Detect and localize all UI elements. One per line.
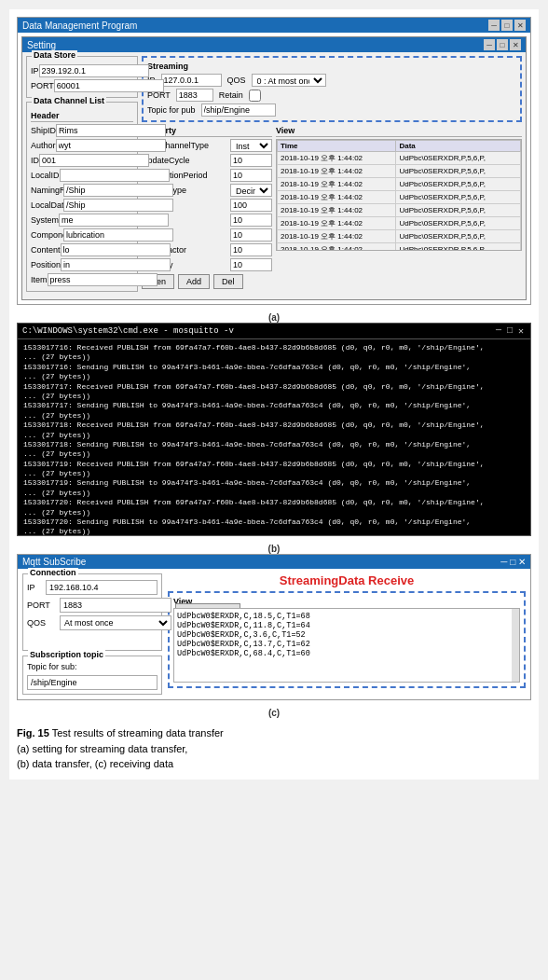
mqtt-connection-group: Connection IP PORT QOS (22, 573, 162, 651)
cmd-line: 1533017718: Sending PUBLISH to 99a474f3-… (23, 440, 525, 449)
close-icon[interactable]: ✕ (514, 20, 526, 31)
datachantype-select[interactable]: Inst (230, 139, 272, 152)
topic-for-sub-label: Topic for sub: (27, 662, 158, 671)
cmd-close-icon[interactable]: ✕ (516, 325, 526, 337)
channel-header: Header (31, 111, 133, 122)
mqtt-ip-row: IP (27, 580, 158, 595)
author-row: Author (31, 139, 133, 152)
ip-input[interactable] (39, 64, 149, 77)
low-input[interactable] (230, 214, 272, 227)
mqtt-qos-label: QOS (27, 618, 60, 628)
position-label: Position (31, 260, 61, 269)
list-item: UdPbcW0$ERXDR,C,18.5,C,T1=68 (177, 612, 516, 621)
cmd-line: ... (27 bytes)) (23, 411, 525, 421)
time-cell: 2018-10-19 오후 1:44:02 (278, 165, 396, 178)
view-scrollbar[interactable] (512, 609, 519, 682)
content-input[interactable] (61, 243, 171, 256)
mqtt-ip-input[interactable] (46, 580, 158, 595)
cmd-line: ... (27 bytes)) (23, 508, 525, 518)
panel-a-outer-title: Data Management Program (22, 21, 137, 31)
updatecycle-input[interactable] (230, 154, 272, 167)
symbol-input[interactable] (230, 228, 272, 242)
del-button[interactable]: Del (213, 274, 243, 289)
high-input[interactable] (230, 199, 272, 212)
table-row: 2018-10-19 오후 1:44:02UdPbc\0SERXDR,P,5,6… (278, 217, 521, 230)
port-input[interactable] (54, 79, 164, 92)
stream-port-input[interactable] (176, 89, 213, 102)
mqtt-port-row: PORT (27, 598, 171, 613)
cmd-line: 1533017719: Sending PUBLISH to 99a474f3-… (23, 478, 525, 488)
data-col-header: Data (396, 141, 521, 152)
namingrule-input[interactable] (63, 184, 173, 197)
stream-ip-input[interactable] (161, 74, 222, 87)
minimize-icon[interactable]: ─ (488, 20, 500, 31)
cmd-line: ... (27 bytes)) (23, 352, 525, 362)
mqtt-ip-label: IP (27, 583, 46, 592)
stream-qos-select[interactable]: 0 : At most once (252, 74, 326, 87)
panel-c: Mqtt SubScribe ─ □ ✕ Connection IP (17, 554, 531, 700)
cmd-line: 1533017718: Received PUBLISH from 69fa47… (23, 421, 525, 430)
ip-row: IP (31, 64, 133, 77)
table-row: 2018-10-19 오후 1:44:02UdPbc\0SERXDR,P,5,6… (278, 243, 521, 252)
cmd-line: 1533017720: Received PUBLISH from 69fa47… (23, 498, 525, 507)
mqtt-qos-select[interactable]: At most once (60, 615, 171, 630)
stream-topic-input[interactable] (201, 104, 276, 117)
mqtt-close-icon[interactable]: ✕ (518, 557, 526, 567)
ip-label: IP (31, 66, 39, 76)
setting-close-icon[interactable]: ✕ (510, 39, 521, 50)
topic-for-sub-input[interactable] (27, 675, 158, 690)
mqtt-port-input[interactable] (60, 598, 171, 613)
panel-a: Data Management Program ─ □ ✕ Setting ─ … (17, 17, 531, 305)
panel-b-wincontrols: ─ □ ✕ (494, 325, 526, 337)
id-input[interactable] (39, 154, 149, 167)
channel-list-group: Data Channel List Header ShipID Author (26, 102, 138, 292)
system-input[interactable] (59, 214, 169, 227)
localid-input[interactable] (60, 169, 170, 182)
stream-qos-label: QOS (227, 76, 246, 85)
caption-subtitle-1: (b) data transfer, (c) receiving data (17, 758, 173, 769)
port-row: PORT (31, 79, 133, 92)
item-row: Item (31, 273, 133, 286)
item-label: Item (31, 275, 48, 284)
formattype-select[interactable]: Decimal (230, 184, 272, 197)
scalefactor-input[interactable] (230, 243, 272, 256)
data-cell: UdPbc\0SERXDR,P,5,6,P, (396, 178, 521, 191)
panel-a-outer-wincontrols: ─ □ ✕ (488, 20, 526, 31)
quantity-input[interactable] (230, 258, 272, 271)
setting-maximize-icon[interactable]: □ (497, 39, 508, 50)
mqtt-maximize-icon[interactable]: □ (510, 557, 515, 567)
setting-body: Data Store IP PORT (22, 52, 526, 299)
property-view-area: Property DataChannelType Inst UpdateCycl… (142, 126, 522, 289)
author-input[interactable] (56, 139, 166, 152)
data-cell: UdPbc\0SERXDR,P,5,6,P, (396, 152, 521, 165)
shipid-input[interactable] (56, 124, 166, 137)
add-button[interactable]: Add (178, 274, 210, 289)
calcperiod-input[interactable] (230, 169, 272, 182)
channel-list-title: Data Channel List (32, 96, 106, 105)
position-input[interactable] (61, 258, 171, 271)
setting-minimize-icon[interactable]: ─ (484, 39, 495, 50)
view-group: View Time Data (276, 126, 522, 289)
content-row: Content (31, 243, 133, 256)
panel-b-title: C:\WINDOWS\system32\cmd.exe - mosquitto … (22, 326, 234, 336)
cmd-minimize-icon[interactable]: ─ (494, 325, 503, 337)
shipid-label: ShipID (31, 126, 56, 135)
item-input[interactable] (48, 273, 158, 286)
table-row: 2018-10-19 오후 1:44:02UdPbc\0SERXDR,P,5,6… (278, 152, 521, 165)
stream-retain-checkbox[interactable] (249, 90, 261, 102)
cmd-maximize-icon[interactable]: □ (505, 325, 514, 337)
id-label: ID (31, 156, 39, 165)
panel-b-titlebar: C:\WINDOWS\system32\cmd.exe - mosquitto … (18, 324, 530, 339)
component-input[interactable] (63, 228, 173, 242)
streaming-title: Streaming (147, 62, 516, 71)
mqtt-body: Connection IP PORT QOS (18, 569, 530, 699)
mqtt-connection-title: Connection (28, 568, 78, 577)
view-table-wrap: Time Data 2018-10-19 오후 1:44:02UdPbc\0SE… (276, 139, 522, 251)
streaming-box: Streaming IP QOS 0 : At most once PORT (142, 56, 522, 122)
localdataname-input[interactable] (63, 199, 173, 212)
maximize-icon[interactable]: □ (501, 20, 513, 31)
mqtt-minimize-icon[interactable]: ─ (500, 557, 507, 567)
list-item: UdPbcW0$ERXDR,C,68.4,C,T1=60 (177, 649, 516, 658)
cmd-line: ... (27 bytes)) (23, 392, 525, 401)
cmd-body: 1533017716: Received PUBLISH from 69fa47… (18, 339, 530, 535)
